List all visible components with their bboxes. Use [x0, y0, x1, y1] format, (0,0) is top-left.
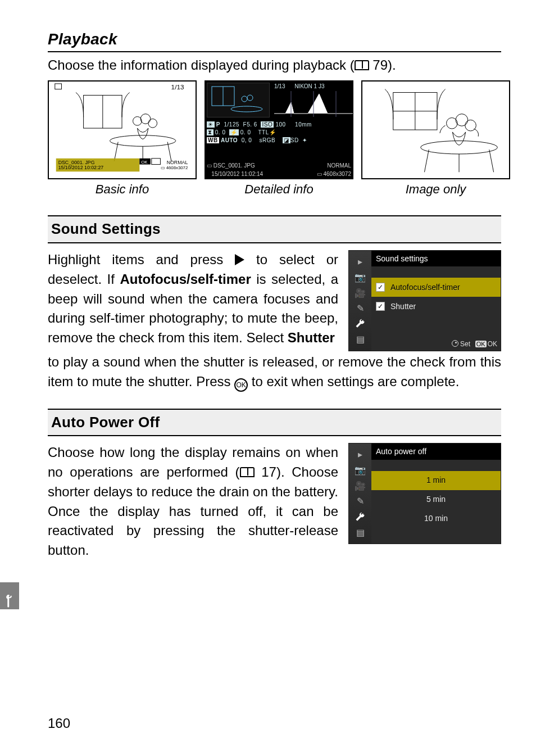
- menu-tab-recent-icon: ▤: [355, 335, 366, 344]
- sound-menu-screenshot: ▸ 📷 🎥 ✎ ▤ Sound settings ✓Autofocus/self…: [348, 250, 501, 351]
- section-heading-auto-power-off: Auto Power Off: [48, 409, 501, 437]
- svg-point-4: [110, 135, 176, 147]
- thumb-detailed-image: 1/13 NIKON 1 J3 ☀ P 1/125 F5. 6 ISO 100 …: [205, 80, 353, 179]
- d-flash: TTL: [258, 129, 269, 135]
- d-ev: 0. 0: [215, 129, 226, 135]
- auto-menu-opt-10: 10 min: [371, 509, 501, 528]
- svg-rect-0: [55, 84, 62, 89]
- menu-tab-setup-icon: [355, 513, 366, 522]
- auto-menu-opt1-label: 1 min: [426, 474, 446, 486]
- playback-lead-ref: 79: [373, 57, 388, 73]
- d-qual: NORMAL: [327, 162, 351, 169]
- thumb-image-only: Image only: [361, 80, 510, 198]
- d-isolbl: ISO: [261, 121, 274, 128]
- svg-text:DSC_0001. JPG: DSC_0001. JPG: [58, 160, 95, 165]
- menu-tab-shooting-icon: 📷: [355, 466, 366, 475]
- thumb-detailed-caption: Detailed info: [244, 180, 313, 198]
- d-wb: AUTO: [221, 137, 238, 143]
- d-fc: 0. 0: [240, 129, 251, 135]
- svg-text:▭ 4608x3072: ▭ 4608x3072: [161, 166, 188, 171]
- d-wbadj: 0, 0: [242, 137, 252, 143]
- d-iso: 100: [275, 121, 285, 128]
- sound-menu-item-af-label: Autofocus/self-timer: [390, 282, 460, 293]
- right-arrow-icon: [235, 254, 244, 265]
- d-aperture: F5. 6: [243, 121, 257, 128]
- wrench-icon: [4, 594, 15, 609]
- svg-point-10: [148, 119, 157, 128]
- svg-point-36: [465, 120, 476, 132]
- svg-point-8: [133, 117, 142, 126]
- playback-thumbnails: 1/13: [48, 80, 501, 198]
- sound-menu-item-shutter: ✓Shutter: [371, 297, 501, 316]
- thumb-basic-caption: Basic info: [96, 180, 149, 198]
- playback-lead-pre: Choose the information displayed during …: [48, 57, 355, 73]
- menu-tab-setup-icon: [355, 319, 366, 328]
- menu-tab-shooting-icon: 📷: [355, 273, 366, 282]
- svg-point-9: [140, 114, 151, 124]
- d-date: 15/10/2012 11:02:14: [211, 171, 263, 177]
- sound-paragraph-2: to play a sound when the shutter is rele…: [48, 352, 501, 392]
- side-tab-setup: [0, 582, 19, 609]
- ok-button-icon: OK: [234, 378, 248, 392]
- book-ref-icon: [240, 467, 255, 477]
- auto-menu-opt-1: 1 min: [371, 471, 501, 490]
- menu-tab-movie-icon: 🎥: [355, 288, 366, 297]
- d-pc: SD: [290, 137, 299, 143]
- svg-rect-16: [152, 159, 161, 165]
- thumb-detailed: 1/13 NIKON 1 J3 ☀ P 1/125 F5. 6 ISO 100 …: [205, 80, 353, 198]
- menu-tab-process-icon: ✎: [355, 497, 366, 506]
- menu-tab-movie-icon: 🎥: [355, 481, 366, 490]
- svg-line-6: [167, 142, 171, 161]
- auto-menu-opt-5: 5 min: [371, 490, 501, 509]
- svg-text:1/13: 1/13: [171, 83, 184, 90]
- sound-bold-af: Autofocus/self-timer: [120, 271, 251, 287]
- svg-text:15/10/2012  10:02:27: 15/10/2012 10:02:27: [58, 165, 104, 171]
- thumb-basic: 1/13: [48, 80, 197, 198]
- svg-point-30: [421, 141, 498, 154]
- thumb-image-only-caption: Image only: [406, 180, 466, 198]
- playback-lead: Choose the information displayed during …: [48, 56, 501, 75]
- svg-line-32: [489, 150, 494, 173]
- sound-menu-foot-set: Set: [460, 340, 470, 348]
- d-cs: sRGB: [259, 137, 275, 143]
- svg-line-5: [114, 142, 118, 161]
- menu-tab-playback-icon: ▸: [355, 257, 366, 266]
- thumb-image-only-image: [361, 80, 510, 179]
- svg-point-23: [247, 95, 253, 101]
- auto-menu-opt2-label: 5 min: [426, 494, 446, 505]
- d-size: 4608x3072: [324, 171, 352, 177]
- menu-tab-recent-icon: ▤: [355, 528, 366, 537]
- sound-p2-post: to exit when settings are complete.: [248, 374, 459, 389]
- book-ref-icon: [355, 60, 369, 70]
- d-mode: P: [216, 121, 220, 128]
- menu-tab-process-icon: ✎: [355, 304, 366, 313]
- sound-menu-item-shutter-label: Shutter: [390, 301, 416, 312]
- svg-point-22: [242, 96, 247, 102]
- menu-tab-playback-icon: ▸: [355, 450, 366, 459]
- sound-p-pre: Highlight items and press: [48, 252, 235, 267]
- auto-menu-opt3-label: 10 min: [424, 513, 448, 524]
- d-fl: 10mm: [295, 121, 312, 128]
- section-heading-sound: Sound Settings: [48, 215, 501, 243]
- svg-text:NORMAL: NORMAL: [167, 160, 188, 165]
- auto-paragraph: Choose how long the display remains on w…: [48, 443, 338, 560]
- playback-lead-post: ).: [388, 57, 396, 73]
- thumb-basic-image: 1/13: [48, 80, 197, 179]
- svg-point-21: [231, 106, 262, 112]
- svg-point-35: [456, 114, 468, 126]
- d-file: DSC_0001. JPG: [214, 162, 255, 169]
- svg-text:OK: OK: [141, 160, 148, 165]
- detailed-counter: 1/13: [274, 83, 285, 89]
- detailed-model: NIKON 1 J3: [294, 83, 324, 89]
- sound-menu-title: Sound settings: [371, 251, 501, 266]
- auto-menu-screenshot: ▸ 📷 🎥 ✎ ▤ Auto power off 1 min 5 min 10 …: [348, 443, 501, 544]
- d-shutter: 1/125: [224, 121, 240, 128]
- sound-paragraph-1: Highlight items and press to select or d…: [48, 250, 338, 351]
- sound-bold-shutter: Shutter: [288, 330, 335, 345]
- sound-menu-footer: Set OKOK: [371, 338, 501, 351]
- page-number: 160: [48, 714, 70, 734]
- auto-p-ref: 17: [261, 464, 276, 479]
- svg-line-31: [424, 150, 429, 173]
- sound-menu-foot-ok: OK: [488, 340, 497, 348]
- subsection-heading-playback: Playback: [48, 28, 501, 51]
